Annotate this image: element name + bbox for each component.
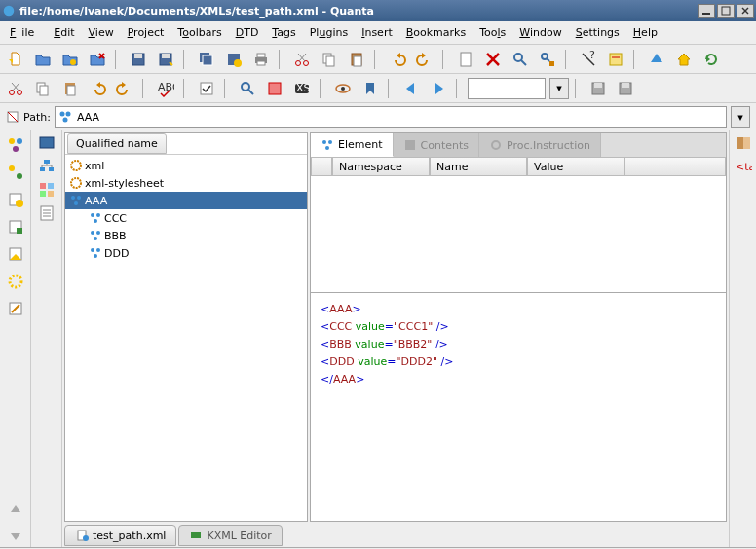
menu-file[interactable]: File	[4, 24, 46, 41]
redo-button[interactable]	[413, 48, 436, 71]
copy2-button[interactable]	[31, 77, 55, 100]
right-item-1[interactable]	[735, 134, 752, 152]
view-grid[interactable]	[38, 181, 56, 199]
svg-rect-124	[405, 140, 415, 150]
svg-rect-68	[594, 83, 602, 88]
tab-testpath[interactable]: test_path.xml	[64, 525, 176, 546]
tree-node-ccc[interactable]: CCC	[65, 209, 307, 227]
find-button[interactable]	[509, 48, 532, 71]
menu-project[interactable]: Project	[122, 24, 170, 41]
svg-point-118	[91, 248, 94, 252]
menu-toolbars[interactable]: Toolbars	[171, 24, 227, 41]
close-file-button[interactable]	[86, 48, 109, 71]
col-namespace[interactable]: Namespace	[332, 157, 430, 176]
svg-point-110	[77, 196, 81, 200]
zoom-drop[interactable]: ▾	[549, 78, 569, 99]
spellcheck-button[interactable]: ABC	[154, 77, 177, 100]
tree-header[interactable]: Qualified name	[67, 133, 167, 154]
menu-settings[interactable]: Settings	[570, 24, 625, 41]
menu-dtd[interactable]: DTD	[230, 24, 265, 41]
view-structure[interactable]	[38, 158, 56, 175]
save-button[interactable]	[127, 48, 150, 71]
prev-button[interactable]	[399, 77, 423, 100]
find-replace-button[interactable]	[536, 48, 559, 71]
tab-kxmleditor[interactable]: KXML Editor	[178, 525, 282, 546]
find2-button[interactable]	[236, 77, 259, 100]
tab-contents[interactable]: Contents	[394, 133, 479, 157]
menu-help[interactable]: Help	[627, 24, 663, 41]
context-help-button[interactable]: ?	[577, 48, 600, 71]
cancel-button[interactable]	[481, 48, 505, 71]
home-button[interactable]	[672, 48, 696, 71]
right-item-2[interactable]: <tag>	[735, 158, 752, 175]
up-button[interactable]	[645, 48, 668, 71]
close-button[interactable]	[737, 4, 754, 18]
view-terminal[interactable]	[38, 134, 56, 152]
svg-marker-65	[406, 83, 414, 94]
tree-node-xml[interactable]: xml	[65, 157, 307, 174]
tab-element[interactable]: Element	[311, 133, 394, 157]
redo2-button[interactable]	[113, 77, 136, 100]
menu-plugins[interactable]: Plugins	[304, 24, 354, 41]
minimize-button[interactable]	[698, 4, 715, 18]
tree-node-aaa[interactable]: AAA	[65, 192, 307, 209]
menu-view[interactable]: View	[83, 24, 120, 41]
copy-button[interactable]	[318, 48, 341, 71]
svg-marker-30	[422, 53, 426, 58]
sidebar-collapse-up[interactable]	[5, 498, 26, 520]
doc-button[interactable]	[454, 48, 477, 71]
menu-edit[interactable]: Edit	[48, 24, 80, 41]
col-name[interactable]: Name	[430, 157, 527, 176]
svg-point-45	[10, 90, 15, 94]
save4-button[interactable]	[614, 77, 637, 100]
save-project-button[interactable]	[222, 48, 246, 71]
view-notes[interactable]	[38, 204, 56, 222]
sidebar-item-5[interactable]	[5, 243, 26, 265]
checkbox-button[interactable]	[195, 77, 218, 100]
open-project-button[interactable]	[58, 48, 82, 71]
sidebar-item-1[interactable]	[5, 134, 26, 156]
undo2-button[interactable]	[86, 77, 109, 100]
annotate-button[interactable]	[604, 48, 627, 71]
paste-button[interactable]	[345, 48, 368, 71]
svg-rect-52	[67, 86, 75, 95]
new-button[interactable]	[4, 48, 27, 71]
next-button[interactable]	[427, 77, 450, 100]
paste2-button[interactable]	[58, 77, 82, 100]
svg-text:ABC: ABC	[158, 81, 174, 93]
bookmark-button[interactable]	[359, 77, 382, 100]
sidebar-item-2[interactable]	[5, 162, 26, 183]
tree-node-ddd[interactable]: DDD	[65, 244, 307, 262]
sidebar-item-4[interactable]	[5, 216, 26, 238]
cut2-button[interactable]	[4, 77, 27, 100]
save3-button[interactable]	[586, 77, 610, 100]
open-button[interactable]	[31, 48, 55, 71]
xsl-button[interactable]: XSL	[290, 77, 314, 100]
tree-node-xmlstylesheet[interactable]: xml-stylesheet	[65, 174, 307, 192]
save-as-button[interactable]	[154, 48, 177, 71]
cut-button[interactable]	[290, 48, 314, 71]
save-all-button[interactable]	[195, 48, 218, 71]
maximize-button[interactable]	[717, 4, 735, 18]
path-dropdown[interactable]: ▾	[731, 106, 750, 128]
tree-node-bbb[interactable]: BBB	[65, 227, 307, 244]
col-value[interactable]: Value	[527, 157, 624, 176]
reload-button[interactable]	[699, 48, 723, 71]
print-button[interactable]	[249, 48, 273, 71]
menu-bookmarks[interactable]: Bookmarks	[400, 24, 472, 41]
tab-procinstruction[interactable]: Proc.Instruction	[479, 133, 601, 157]
menu-window[interactable]: Window	[513, 24, 567, 41]
menu-tags[interactable]: Tags	[266, 24, 301, 41]
deselect-button[interactable]	[263, 77, 286, 100]
menu-insert[interactable]: Insert	[356, 24, 398, 41]
path-input[interactable]	[55, 106, 727, 128]
menu-tools[interactable]: Tools	[473, 24, 511, 41]
svg-line-48	[12, 83, 19, 91]
sidebar-item-6[interactable]	[5, 271, 26, 292]
sidebar-item-3[interactable]	[5, 189, 26, 210]
sidebar-collapse-down[interactable]	[5, 526, 26, 547]
sidebar-item-7[interactable]	[5, 298, 26, 319]
view-button[interactable]	[331, 77, 355, 100]
undo-button[interactable]	[386, 48, 409, 71]
zoom-combo[interactable]	[468, 78, 546, 99]
